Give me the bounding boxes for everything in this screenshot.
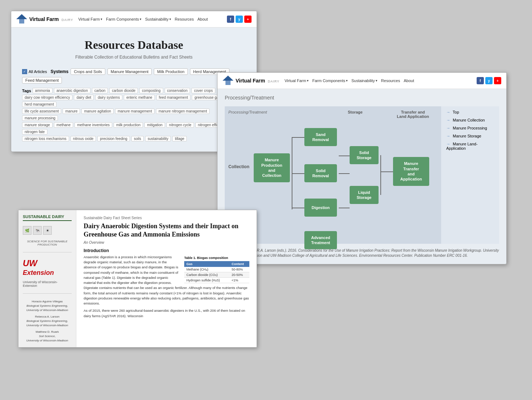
tag-feed-mgmt[interactable]: feed management [156, 95, 191, 100]
filter-manure-mgmt[interactable]: Manure Management [107, 68, 152, 75]
solid-storage-box: SolidStorage [350, 146, 379, 164]
tag-milk-prod[interactable]: milk production [114, 122, 143, 128]
nav-farmcomponents[interactable]: Farm Components [106, 17, 142, 21]
tag-soils[interactable]: soils [131, 136, 144, 141]
nav-sustainability[interactable]: Sustainability [145, 17, 171, 21]
sustainable-dairy-label: SUSTAINABLE DAIRY [23, 214, 72, 221]
tags-row-1: Tags ammonia anaerobic digestion carbon … [22, 88, 246, 93]
tag-precision[interactable]: precision feeding [97, 136, 130, 141]
tag-manure-stor[interactable]: manure storage [22, 122, 52, 128]
sidebar-link-top-label: Top [453, 110, 459, 114]
sidebar-link-processing-label: Manure Processing [453, 126, 487, 130]
tag-mitigation[interactable]: mitigation [144, 122, 165, 128]
sidebar-link-processing[interactable]: → Manure Processing [446, 126, 494, 130]
tag-manure-mgmt[interactable]: manure management [115, 108, 155, 114]
tag-carbon-dioxide[interactable]: carbon dioxide [109, 88, 138, 93]
icon-cow: 🐄 [33, 226, 42, 235]
sidebar-link-collection-label: Manure Collection [453, 118, 485, 122]
tag-ammonia[interactable]: ammonia [33, 88, 52, 93]
sidebar-link-land-app[interactable]: → Manure Land-Application [446, 142, 494, 150]
tag-manure-n[interactable]: manure nitrogen management [156, 108, 210, 114]
arrow-dig-to-liquid [339, 208, 350, 208]
nav-social-2: f y + [477, 77, 501, 84]
sand-removal-box: SandRemoval [304, 128, 337, 146]
youtube-button[interactable]: y [236, 16, 243, 23]
tag-n-loss[interactable]: nitrogen loss mechanisms [22, 136, 69, 141]
nav-vf-2[interactable]: Virtual Farm [284, 78, 309, 83]
diagram-sidebar: → Top → Manure Collection → Manure Proce… [441, 106, 499, 244]
solid-removal-box: SolidRemoval [304, 164, 337, 182]
nav-res-2[interactable]: Resources [381, 78, 400, 83]
manure-transfer-box: ManureTransferandApplication [393, 157, 429, 186]
gas-h2s: Hydrogen sulfide (H₂S) [184, 277, 229, 283]
tag-composting[interactable]: composting [139, 88, 163, 93]
svg-marker-3 [223, 76, 233, 81]
tag-manure[interactable]: manure [63, 108, 80, 114]
pdf-main: Sustainable Dairy Fact Sheet Series Dair… [76, 210, 257, 347]
tag-herd-mgmt[interactable]: herd management [22, 102, 56, 107]
youtube-button-2[interactable]: y [485, 77, 493, 84]
filter-crops-soils[interactable]: Crops and Soils [71, 68, 105, 75]
sidebar-link-top[interactable]: → Top [446, 110, 494, 114]
advanced-treatment-box: AdvancedTreatment [304, 231, 337, 249]
pdf-tagline: SCIENCE FOR SUSTAINABLE PRODUCTION [23, 240, 72, 246]
tags-row-4: manure storage methane methane inventori… [22, 122, 246, 135]
sidebar-link-land-app-label: Manure Land-Application [446, 142, 478, 150]
sidebar-link-collection[interactable]: → Manure Collection [446, 118, 494, 122]
tag-enteric-methane[interactable]: enteric methane [124, 95, 155, 100]
all-articles-filter[interactable]: ✓ All Articles [22, 69, 47, 74]
nav-links-2: Virtual Farm Farm Components Sustainabil… [284, 78, 472, 83]
systems-label: Systems [51, 69, 68, 74]
nav-virtualfarm[interactable]: Virtual Farm [78, 17, 102, 21]
sidebar-link-storage[interactable]: → Manure Storage [446, 134, 494, 138]
nav-resources[interactable]: Resources [175, 17, 194, 21]
nav-logo[interactable]: Virtual Farm DAIRY [16, 14, 73, 24]
nav-about[interactable]: About [197, 17, 208, 21]
arrow-to-solid-removal [292, 173, 304, 174]
tag-n-cycle[interactable]: nitrogen cycle [166, 122, 194, 128]
tag-dairy-systems[interactable]: dairy systems [95, 95, 122, 100]
tag-conservation[interactable]: conservation [165, 88, 190, 93]
nav-sus-2[interactable]: Sustainability [351, 78, 377, 83]
tag-methane-inv[interactable]: methane inventories [75, 122, 112, 128]
tag-cover-crops[interactable]: cover crops [191, 88, 215, 93]
uw-extension-logo: UW Extension [23, 258, 72, 277]
facebook-button[interactable]: f [227, 16, 234, 23]
content-methane: 50-80% [229, 267, 249, 272]
tag-sustainability[interactable]: sustainability [145, 136, 171, 141]
filter-feed-mgmt[interactable]: Feed Management [22, 77, 62, 84]
content-h2s: <1% [229, 277, 249, 283]
tag-manure-agit[interactable]: manure agitation [81, 108, 114, 114]
tag-lca[interactable]: life cycle assessment [22, 108, 61, 114]
tags-section: Tags ammonia anaerobic digestion carbon … [22, 88, 246, 141]
tag-manure-proc[interactable]: manure processing [22, 115, 58, 121]
tag-tillage[interactable]: tillage [172, 136, 187, 141]
nav-logo-sub: DAIRY [62, 18, 73, 22]
icon-sun: ☀ [43, 226, 52, 235]
plus-button[interactable]: + [244, 16, 252, 23]
pdf-divider-2 [23, 293, 72, 294]
nav-fc-2[interactable]: Farm Components [312, 78, 348, 83]
arrow-sand-to-storage [339, 156, 350, 156]
tag-carbon[interactable]: carbon [92, 88, 108, 93]
window-pdf: SUSTAINABLE DAIRY 🌿 🐄 ☀ SCIENCE FOR SUST… [18, 210, 257, 348]
nav-about-2[interactable]: About [404, 78, 414, 83]
pdf-article-title: Dairy Anaerobic Digestion Systems and th… [84, 222, 249, 239]
tag-nitrous-oxide[interactable]: nitrous oxide [71, 136, 96, 141]
resources-subtitle: Filterable Collection of Educational Bul… [22, 55, 246, 60]
filter-milk-prod[interactable]: Milk Production [154, 68, 187, 75]
facebook-button-2[interactable]: f [477, 77, 484, 84]
tag-methane[interactable]: methane [54, 122, 73, 128]
plus-button-2[interactable]: + [494, 77, 501, 84]
pdf-divider-1 [23, 252, 72, 252]
nav-bar-manure: Virtual Farm DAIRY Virtual Farm Farm Com… [218, 73, 506, 89]
pdf-biogas-table: Gas Content Methane (CH₄) 50-80% Carbon … [184, 261, 249, 283]
all-articles-checkbox[interactable]: ✓ [22, 69, 27, 74]
manure-body: Processing/Treatment Storage Transfer an… [225, 106, 499, 244]
manure-diagram-area: Processing/Treatment Storage Transfer an… [225, 106, 441, 244]
nav-logo-2[interactable]: Virtual Farm DAIRY [223, 76, 279, 86]
tag-n-fate[interactable]: nitrogen fate [22, 129, 47, 135]
tag-anaerobic[interactable]: anaerobic digestion [54, 88, 90, 93]
tag-dairy-diet[interactable]: dairy diet [74, 95, 94, 100]
tag-dairy-n-eff[interactable]: dairy cow nitrogen efficiency [22, 95, 72, 100]
